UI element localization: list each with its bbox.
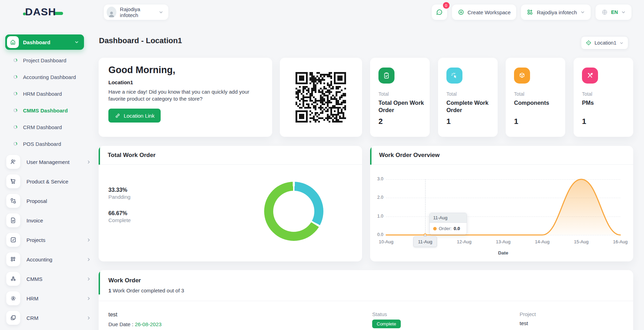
greeting-title: Good Morning, bbox=[108, 65, 175, 76]
projects-icon bbox=[6, 233, 20, 247]
sidebar-item-accounting-dashboard[interactable]: Accounting Dashboard bbox=[0, 69, 99, 85]
chart-tooltip: 11-Aug Order: 0.0 bbox=[429, 213, 467, 235]
click-icon bbox=[446, 68, 462, 84]
stat-label: Total Open Work Order bbox=[378, 99, 424, 114]
bullet-ring-icon bbox=[13, 108, 17, 112]
legend-percent: 66.67% bbox=[108, 210, 131, 217]
chevron-right-icon bbox=[86, 316, 91, 320]
home-icon bbox=[7, 36, 19, 48]
sidebar-item-label: Invoice bbox=[26, 218, 91, 223]
x-axis-title: Date bbox=[461, 250, 545, 256]
status-badge: Complete bbox=[372, 320, 401, 328]
chevron-down-icon bbox=[74, 40, 79, 45]
work-order-card: Work Order 1 Work Order completed out of… bbox=[99, 270, 633, 330]
sidebar-item-project-dashboard[interactable]: Project Dashboard bbox=[0, 52, 99, 69]
chevron-down-icon bbox=[159, 10, 163, 15]
sidebar-item-invoice[interactable]: Invoice bbox=[0, 211, 99, 230]
sidebar-item-hrm-dashboard[interactable]: HRM Dashboard bbox=[0, 85, 99, 102]
stat-value: 2 bbox=[378, 117, 383, 126]
sidebar-item-crm[interactable]: CRM bbox=[0, 308, 99, 328]
crm-icon bbox=[6, 311, 20, 325]
person-icon bbox=[108, 10, 115, 18]
target-icon bbox=[585, 40, 592, 46]
create-workspace-button[interactable]: Create Workspace bbox=[452, 5, 516, 20]
sidebar-item-label: Accounting bbox=[26, 257, 80, 262]
sidebar-item-product-service[interactable]: Product & Service bbox=[0, 172, 99, 191]
sidebar-item-label: Product & Service bbox=[26, 179, 91, 184]
work-order-due-date: Due Date : 26-08-2023 bbox=[108, 321, 162, 327]
work-order-name: test bbox=[108, 312, 117, 318]
work-order-donut[interactable] bbox=[264, 182, 323, 241]
chevron-right-icon bbox=[86, 296, 91, 301]
cube-icon bbox=[514, 68, 530, 84]
page-title: Dashboard - Location1 bbox=[99, 36, 182, 45]
sidebar-item-label: Proposal bbox=[26, 198, 91, 204]
sidebar-item-hrm[interactable]: HRM bbox=[0, 289, 99, 308]
chevron-right-icon bbox=[86, 257, 91, 262]
sidebar-item-label: HRM Dashboard bbox=[23, 91, 62, 97]
work-order-summary: 1 Work Order completed out of 3 bbox=[108, 288, 633, 293]
sidebar-item-cmms-dashboard[interactable]: CMMS Dashboard bbox=[0, 102, 99, 119]
tools-icon bbox=[582, 68, 598, 84]
sidebar-item-accounting[interactable]: Accounting bbox=[0, 250, 99, 269]
sidebar-item-pos-dashboard[interactable]: POS Dashboard bbox=[0, 135, 99, 152]
stat-kicker: Total bbox=[446, 91, 457, 97]
y-tick: 3.0 bbox=[370, 176, 383, 181]
work-order-overview-card: Work Order Overview 3.0 2.0 1.0 0.0 bbox=[370, 146, 633, 261]
divider bbox=[99, 301, 633, 301]
bullet-ring-icon bbox=[13, 125, 17, 129]
chevron-down-icon bbox=[621, 10, 626, 15]
x-tick: 10-Aug bbox=[370, 239, 402, 244]
stat-label: PMs bbox=[582, 99, 628, 107]
sidebar-item-label: HRM bbox=[26, 296, 80, 301]
language-code: EN bbox=[611, 9, 618, 15]
location-filter[interactable]: Location1 bbox=[581, 36, 628, 49]
area-chart-plot[interactable]: 11-Aug Order: 0.0 bbox=[386, 179, 620, 235]
cmms-dashboard-page: DASH Rajodiya infotech 0 Create Workspac… bbox=[0, 0, 644, 330]
tooltip-series-label: Order: bbox=[439, 226, 452, 231]
stat-kicker: Total bbox=[378, 91, 389, 97]
cmms-icon bbox=[6, 272, 20, 286]
language-selector[interactable]: EN bbox=[596, 5, 631, 20]
chevron-down-icon bbox=[619, 41, 624, 45]
create-workspace-label: Create Workspace bbox=[468, 9, 511, 15]
tooltip-header: 11-Aug bbox=[430, 213, 467, 223]
sidebar-item-label: Projects bbox=[26, 237, 80, 243]
sidebar-item-label: User Management bbox=[26, 159, 80, 165]
workspace-selector[interactable]: Rajodiya infotech bbox=[521, 5, 590, 20]
link-icon bbox=[115, 113, 121, 119]
location-link-label: Location Link bbox=[124, 113, 154, 119]
sidebar-item-proposal[interactable]: Proposal bbox=[0, 191, 99, 211]
status-column-label: Status bbox=[372, 311, 387, 317]
card-title: Total Work Order bbox=[108, 152, 155, 159]
app-logo[interactable]: DASH bbox=[25, 5, 63, 19]
sidebar-item-label: POS Dashboard bbox=[23, 141, 61, 147]
stat-label: Components bbox=[514, 99, 560, 107]
bullet-ring-icon bbox=[13, 92, 17, 96]
sidebar-item-projects[interactable]: Projects bbox=[0, 230, 99, 250]
legend-label: Complete bbox=[108, 217, 131, 223]
stat-card-total-open-work-order: Total Total Open Work Order 2 bbox=[370, 58, 430, 137]
chat-icon bbox=[436, 8, 443, 16]
legend-label: Pandding bbox=[108, 194, 131, 200]
plus-circle-icon bbox=[458, 9, 465, 16]
hrm-icon bbox=[6, 291, 20, 305]
sidebar-item-label: CMMS Dashboard bbox=[23, 108, 68, 113]
messages-button[interactable]: 0 bbox=[432, 5, 447, 20]
location-link-button[interactable]: Location Link bbox=[108, 109, 161, 123]
sidebar-item-label: Project Dashboard bbox=[23, 57, 66, 63]
sidebar-item-dashboard[interactable]: Dashboard bbox=[5, 34, 84, 50]
dashboard-submenu: Project Dashboard Accounting Dashboard H… bbox=[0, 52, 99, 152]
sidebar-item-crm-dashboard[interactable]: CRM Dashboard bbox=[0, 119, 99, 135]
cart-icon bbox=[6, 174, 20, 188]
user-menu[interactable]: Rajodiya infotech bbox=[104, 5, 168, 20]
sidebar-item-cmms[interactable]: CMMS bbox=[0, 269, 99, 289]
sidebar-item-label: CRM bbox=[26, 315, 80, 321]
sidebar: Dashboard Project Dashboard Accounting D… bbox=[0, 24, 99, 330]
stat-label: Complete Work Order bbox=[446, 99, 492, 114]
bullet-ring-icon bbox=[13, 75, 17, 79]
bullet-ring-icon bbox=[13, 142, 17, 146]
sidebar-item-user-management[interactable]: User Management bbox=[0, 152, 99, 172]
tooltip-value: 0.0 bbox=[454, 226, 460, 231]
y-tick: 2.0 bbox=[370, 195, 383, 200]
